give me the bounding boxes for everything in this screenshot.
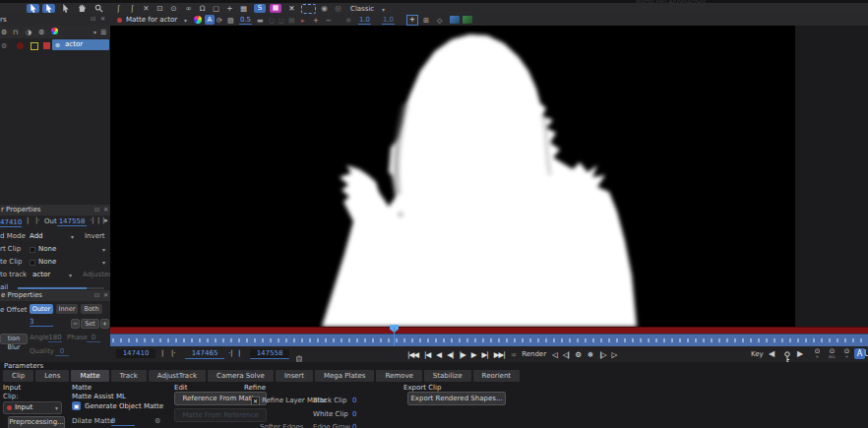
tab-reorient[interactable]: Reorient <box>473 370 520 382</box>
dock-panel-icon[interactable]: ⊡ <box>94 206 99 213</box>
brightness-icon[interactable]: ☼ <box>345 16 351 26</box>
bezier-spline-tool[interactable]: ʃ <box>126 4 139 13</box>
offset-plus-button[interactable]: + <box>100 319 109 329</box>
dock-panel-icon[interactable]: ⊡ <box>94 291 99 298</box>
generate-object-matte-button[interactable]: Generate Object Matte <box>85 402 163 410</box>
generate-matte-icon[interactable]: ▣ <box>72 401 81 410</box>
selected-layer[interactable]: ⊛ actor <box>52 39 109 50</box>
chevron-down-icon[interactable]: ▾ <box>102 259 105 266</box>
chevron-down-icon[interactable]: ▾ <box>382 6 385 13</box>
select-tool[interactable] <box>27 4 39 13</box>
chevron-down-icon[interactable]: ▾ <box>69 272 72 278</box>
add-plane-tool[interactable]: ✕ <box>140 4 153 13</box>
chevron-down-icon[interactable]: ▾ <box>71 233 74 240</box>
link-tool[interactable]: ∞ <box>182 4 195 13</box>
loop-icon[interactable]: ∞ <box>511 350 516 359</box>
tab-insert[interactable]: Insert <box>276 370 313 382</box>
colorize-matte-icon[interactable] <box>194 16 202 24</box>
menu-icon[interactable]: ☰ <box>100 28 106 37</box>
next-edit-button[interactable]: ▶| <box>482 350 488 359</box>
delete-all-keyframes-button[interactable]: ⊙ALL <box>826 347 838 359</box>
matte-selector[interactable]: Matte for actor <box>126 16 177 24</box>
lattice-tool[interactable]: ▦ <box>270 4 281 13</box>
layer-spline-icon[interactable] <box>31 42 38 50</box>
render-backwards-button[interactable]: ◁ <box>552 350 557 359</box>
edge-offset-value-field[interactable]: 3 <box>30 318 53 327</box>
angle-value-field[interactable]: 180 <box>48 334 62 342</box>
next-keyframe-button[interactable]: ▶ <box>797 349 803 358</box>
clip-view-icon[interactable]: ▬ <box>257 16 264 26</box>
offset-set-button[interactable]: Set <box>81 319 99 329</box>
tab-clip[interactable]: Clip <box>3 370 33 382</box>
white-clip-field[interactable]: 0 <box>352 410 356 418</box>
tab-remove[interactable]: Remove <box>376 370 421 382</box>
render-back-one-button[interactable]: ◁| <box>563 350 569 359</box>
prev-edit-button[interactable]: |◀ <box>424 350 430 359</box>
gear-icon[interactable]: ⚙ <box>38 28 44 37</box>
spline-overlay-icon[interactable]: ◻ <box>279 16 284 26</box>
freeze-frame-icon[interactable]: ❄ <box>588 350 593 359</box>
gamma-value[interactable]: 1.0 <box>382 16 395 25</box>
dock-panel-icon[interactable]: ⊡ <box>91 15 95 22</box>
play-reverse-button[interactable]: ◀ <box>436 350 441 359</box>
tab-camera-solve[interactable]: Camera Solve <box>208 370 274 382</box>
clip-thumbnail-icon[interactable] <box>450 16 460 24</box>
detail-slider[interactable] <box>18 287 104 289</box>
matte-view-icon[interactable]: ▨ <box>227 16 234 26</box>
color-wheel-icon[interactable] <box>51 28 58 34</box>
tab-adjusttrack[interactable]: AdjustTrack <box>149 370 206 382</box>
overlay-opacity-value[interactable]: 0.5 <box>239 16 252 25</box>
grid-tool[interactable]: ▦ <box>237 4 250 13</box>
invert-toggle[interactable]: Invert <box>85 232 105 240</box>
export-rendered-shapes-button[interactable]: Export Rendered Shapes... <box>407 392 506 405</box>
tab-lens[interactable]: Lens <box>35 370 69 382</box>
surface-tool[interactable]: S <box>254 4 266 13</box>
link-to-track-select[interactable]: actor <box>32 271 50 278</box>
black-clip-field[interactable]: 0 <box>352 397 356 404</box>
viewer-canvas[interactable] <box>110 26 795 327</box>
layer-matte-icon[interactable] <box>17 42 24 49</box>
output-thumbnail-icon[interactable] <box>463 16 472 24</box>
close-panel-icon[interactable]: ✕ <box>103 206 108 213</box>
out-point-field[interactable]: 147558 <box>250 349 289 359</box>
gear-icon[interactable]: ⚙ <box>1 28 7 37</box>
layer-outline-icon[interactable]: ◻ <box>269 16 275 26</box>
offset-minus-button[interactable]: − <box>71 319 80 329</box>
refine-layer-matte-checkbox[interactable]: ✕ <box>251 397 260 405</box>
out-frame-field[interactable]: 147558 <box>57 217 87 226</box>
prev-keyframe-button[interactable]: ◀ <box>769 349 775 358</box>
workspace-selector[interactable]: Classic <box>350 5 374 13</box>
gear-icon[interactable]: ⚙ <box>1 41 7 51</box>
trace-forward-icon[interactable]: ◉ <box>318 4 331 13</box>
xspline-tool[interactable]: ʃ <box>112 4 125 13</box>
delete-keyframe-button[interactable]: ⊙✕ <box>811 347 824 359</box>
stabilize-view-icon[interactable]: ▸ <box>301 16 305 26</box>
quality-value-field[interactable]: 0 <box>55 347 69 356</box>
chevron-down-icon[interactable]: ▾ <box>93 29 96 35</box>
view-alpha-button[interactable]: A <box>205 15 215 25</box>
clipped-button[interactable]: U <box>864 349 868 358</box>
wireframe-tool[interactable]: ✕ <box>285 4 298 13</box>
lock-icon[interactable]: ⊓ <box>13 28 18 37</box>
marquee-select-tool[interactable] <box>42 4 55 13</box>
in-frame-field[interactable]: 47410 <box>0 218 22 227</box>
render-forwards-button[interactable]: ▷ <box>611 350 616 359</box>
proxy-scale-icon[interactable]: ⊞ <box>423 16 429 26</box>
jump-to-start-button[interactable]: |◀◀ <box>407 350 418 359</box>
tab-track[interactable]: Track <box>111 370 147 382</box>
step-back-button[interactable]: ◀| <box>447 350 453 359</box>
grid-overlay-icon[interactable]: ▤ <box>288 16 295 26</box>
ellipse-shape-tool[interactable]: ⊙ <box>167 4 180 13</box>
rect-shape-tool[interactable]: ⊡ <box>154 4 166 13</box>
jump-to-end-button[interactable]: ▶▶| <box>494 350 505 359</box>
add-keyframe-button[interactable]: ⊙+ <box>840 347 853 359</box>
tab-mega-plates[interactable]: Mega Plates <box>315 370 374 382</box>
transform-tool[interactable]: ▢ <box>210 4 222 13</box>
current-frame-field[interactable]: 147465 <box>185 349 224 359</box>
blend-mode-select[interactable]: Add <box>30 232 43 240</box>
offset-tab-outer[interactable]: Outer <box>30 304 53 314</box>
render-forward-one-button[interactable]: |▷ <box>599 350 605 359</box>
pan-tool[interactable] <box>76 4 89 13</box>
move-tool[interactable]: + <box>223 4 236 13</box>
pick-tool[interactable] <box>59 4 72 13</box>
